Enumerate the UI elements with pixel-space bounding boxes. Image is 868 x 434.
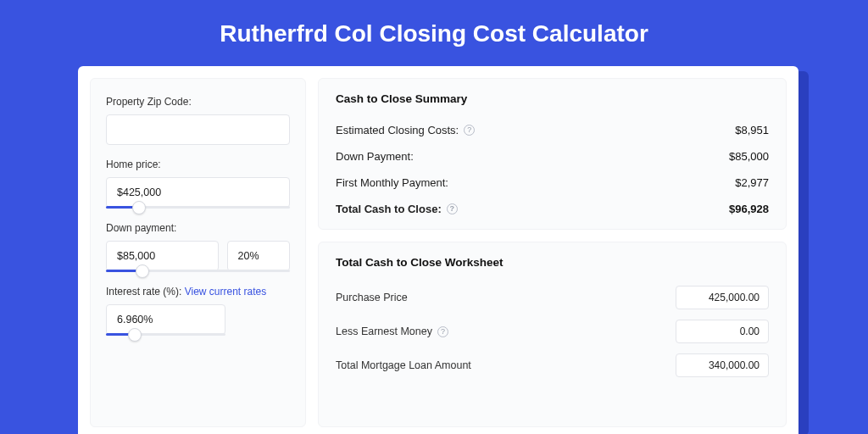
down-payment-input[interactable] [106, 241, 219, 271]
worksheet-row-input[interactable] [676, 286, 769, 309]
down-payment-pct-input[interactable] [227, 241, 290, 271]
zip-input[interactable] [106, 114, 290, 145]
worksheet-row-input[interactable] [676, 353, 769, 377]
interest-label-text: Interest rate (%): [106, 286, 181, 298]
summary-row: First Monthly Payment: $2,977 [336, 170, 769, 196]
down-payment-label: Down payment: [106, 222, 290, 234]
summary-row: Down Payment: $85,000 [336, 143, 769, 170]
worksheet-title: Total Cash to Close Worksheet [336, 256, 769, 269]
down-payment-group: Down payment: [106, 222, 290, 272]
worksheet-row: Purchase Price [336, 281, 769, 314]
worksheet-row: Total Mortgage Loan Amount [336, 348, 769, 382]
worksheet-row-label: Total Mortgage Loan Amount [336, 359, 471, 371]
view-rates-link[interactable]: View current rates [185, 286, 267, 298]
help-icon[interactable]: ? [437, 326, 448, 337]
summary-row-value: $8,951 [735, 124, 769, 136]
interest-slider[interactable] [106, 333, 225, 336]
worksheet-row: Less Earnest Money ? [336, 314, 769, 348]
home-price-group: Home price: [106, 159, 290, 209]
summary-title: Cash to Close Summary [336, 92, 769, 105]
summary-panel: Cash to Close Summary Estimated Closing … [318, 78, 787, 230]
help-icon[interactable]: ? [447, 203, 458, 214]
home-price-label: Home price: [106, 159, 290, 170]
interest-input[interactable] [106, 304, 225, 335]
down-payment-slider[interactable] [106, 270, 290, 272]
summary-row-label: Down Payment: [336, 150, 414, 163]
interest-label: Interest rate (%): View current rates [106, 286, 290, 298]
summary-row-value: $2,977 [735, 176, 769, 189]
summary-row-value: $85,000 [729, 150, 769, 163]
summary-total-value: $96,928 [729, 203, 769, 215]
summary-row-label: First Monthly Payment: [336, 176, 448, 189]
worksheet-panel: Total Cash to Close Worksheet Purchase P… [318, 242, 787, 427]
results-column: Cash to Close Summary Estimated Closing … [318, 78, 787, 427]
summary-total-label: Total Cash to Close: [336, 203, 442, 215]
page-title: Rutherfrd Col Closing Cost Calculator [0, 0, 868, 66]
summary-total-row: Total Cash to Close: ? $96,928 [336, 196, 769, 222]
summary-row-label: Estimated Closing Costs: [336, 124, 459, 136]
home-price-slider[interactable] [106, 206, 290, 209]
worksheet-row-label: Purchase Price [336, 292, 408, 303]
summary-row: Estimated Closing Costs: ? $8,951 [336, 117, 769, 143]
worksheet-row-input[interactable] [676, 320, 769, 343]
worksheet-row-label: Less Earnest Money [336, 326, 432, 337]
zip-group: Property Zip Code: [106, 96, 290, 145]
inputs-panel: Property Zip Code: Home price: Down paym… [90, 78, 306, 427]
zip-label: Property Zip Code: [106, 96, 290, 108]
calculator-card: Property Zip Code: Home price: Down paym… [78, 66, 798, 434]
interest-group: Interest rate (%): View current rates [106, 286, 290, 336]
help-icon[interactable]: ? [464, 125, 475, 136]
